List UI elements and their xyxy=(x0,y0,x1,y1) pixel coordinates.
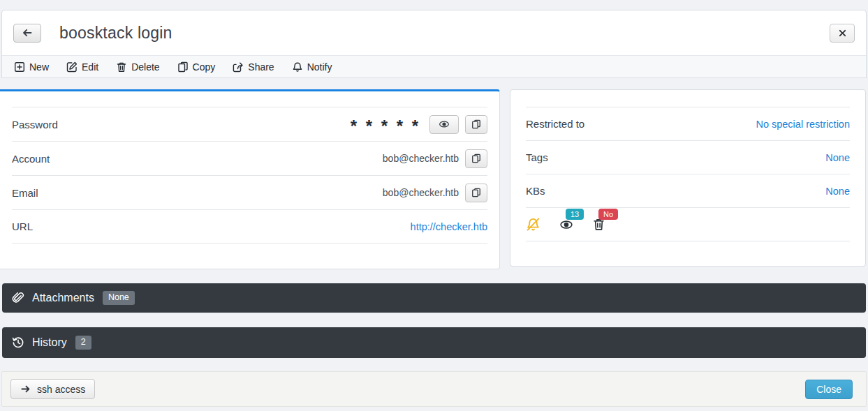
copy-icon xyxy=(471,188,481,197)
tags-row: Tags None xyxy=(526,140,850,174)
toolbar-notify-button[interactable]: Notify xyxy=(292,61,332,73)
back-button[interactable] xyxy=(13,24,41,43)
close-button-label: Close xyxy=(816,384,841,395)
status-indicators-row: 13 No xyxy=(526,207,850,241)
bell-icon xyxy=(292,61,303,73)
views-counter-indicator: 13 xyxy=(559,218,573,232)
field-label-email: Email xyxy=(12,187,38,199)
copy-icon xyxy=(177,61,189,73)
password-masked-value: * * * * * xyxy=(351,114,420,135)
restricted-to-value-link[interactable]: No special restriction xyxy=(756,119,850,130)
url-link[interactable]: http://checker.htb xyxy=(411,221,487,232)
edit-icon xyxy=(66,61,78,73)
field-label-account: Account xyxy=(12,153,50,165)
history-badge: 2 xyxy=(75,336,91,350)
title-row: boosktack login xyxy=(2,10,866,55)
password-row: Password * * * * * xyxy=(12,107,487,141)
item-details-area: Password * * * * * Accou xyxy=(0,89,868,269)
tags-value-link[interactable]: None xyxy=(825,152,850,163)
toolbar-delete-button[interactable]: Delete xyxy=(116,61,159,73)
deletion-flag-badge: No xyxy=(598,209,618,220)
history-label: History xyxy=(32,336,67,349)
share-icon xyxy=(233,61,244,73)
ssh-access-button[interactable]: ssh access xyxy=(10,379,95,399)
account-value: bob@checker.htb xyxy=(383,153,459,164)
toolbar-label: New xyxy=(29,61,49,73)
attachments-section-header[interactable]: Attachments None xyxy=(2,283,866,313)
history-section-header[interactable]: History 2 xyxy=(2,327,866,358)
detail-label-kbs: KBs xyxy=(526,185,545,197)
restricted-to-row: Restricted to No special restriction xyxy=(526,107,850,140)
kbs-value-link[interactable]: None xyxy=(825,186,850,197)
arrow-right-icon xyxy=(20,384,31,394)
kbs-row: KBs None xyxy=(526,174,850,207)
attachments-label: Attachments xyxy=(32,292,94,304)
paperclip-icon xyxy=(12,292,32,304)
item-dialog-header: boosktack login New Edit Delete xyxy=(1,10,867,78)
toolbar-copy-button[interactable]: Copy xyxy=(177,61,216,73)
field-label-password: Password xyxy=(12,119,58,130)
email-value: bob@checker.htb xyxy=(383,187,459,198)
field-label-url: URL xyxy=(12,221,33,232)
ssh-access-label: ssh access xyxy=(37,384,85,395)
copy-email-button[interactable] xyxy=(465,184,487,202)
trash-icon xyxy=(116,61,127,73)
toolbar-edit-button[interactable]: Edit xyxy=(66,61,98,73)
attachments-badge: None xyxy=(103,291,135,305)
eye-icon xyxy=(439,119,450,130)
toolbar: New Edit Delete Copy Share xyxy=(2,55,866,78)
copy-icon xyxy=(471,119,481,129)
views-count-badge: 13 xyxy=(566,209,584,220)
history-icon xyxy=(12,336,32,349)
close-button[interactable]: Close xyxy=(805,380,853,399)
credentials-card: Password * * * * * Accou xyxy=(0,89,500,269)
toolbar-label: Notify xyxy=(307,61,332,73)
close-dialog-button[interactable] xyxy=(830,24,855,43)
detail-label-tags: Tags xyxy=(526,151,548,163)
toolbar-label: Delete xyxy=(131,61,159,73)
account-row: Account bob@checker.htb xyxy=(12,141,487,175)
toolbar-label: Copy xyxy=(193,61,216,73)
plus-square-icon xyxy=(14,61,25,73)
reveal-password-button[interactable] xyxy=(429,115,459,134)
toolbar-label: Share xyxy=(248,61,274,73)
metadata-card: Restricted to No special restriction Tag… xyxy=(510,89,866,267)
toolbar-share-button[interactable]: Share xyxy=(233,61,274,73)
copy-icon xyxy=(471,154,481,163)
toolbar-new-button[interactable]: New xyxy=(14,61,49,73)
arrow-left-icon xyxy=(22,27,33,38)
copy-password-button[interactable] xyxy=(465,115,487,134)
dialog-footer: ssh access Close xyxy=(1,371,867,407)
copy-account-button[interactable] xyxy=(465,149,487,168)
page-title: boosktack login xyxy=(59,24,172,43)
email-row: Email bob@checker.htb xyxy=(12,175,487,209)
deletion-status-indicator: No xyxy=(592,218,605,231)
bell-slash-icon xyxy=(526,217,540,232)
url-row: URL http://checker.htb xyxy=(12,209,487,244)
notification-off-indicator xyxy=(526,217,540,232)
toolbar-label: Edit xyxy=(82,61,98,73)
x-icon xyxy=(838,29,847,38)
detail-label-restricted: Restricted to xyxy=(526,118,584,130)
